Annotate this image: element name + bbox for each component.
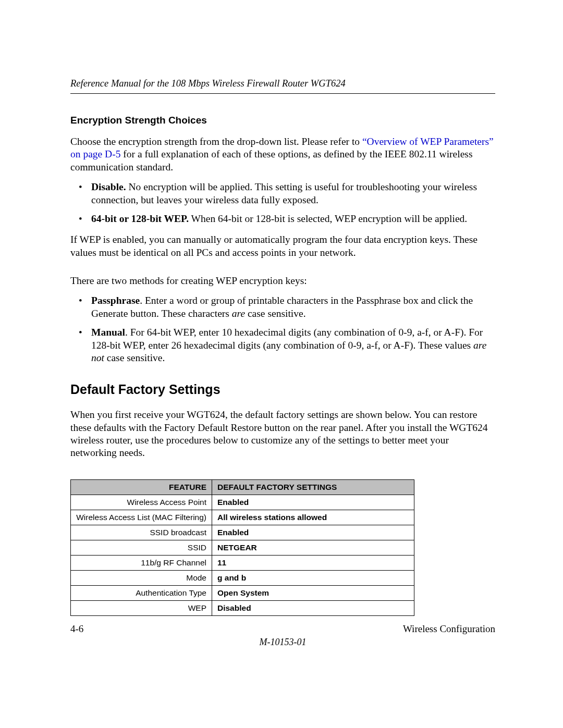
label: Manual (91, 327, 125, 338)
wep-enabled-paragraph: If WEP is enabled, you can manually or a… (70, 233, 495, 259)
feature-cell: Wireless Access Point (71, 495, 212, 510)
document-id: M-10153-01 (70, 637, 495, 648)
table-body: Wireless Access PointEnabled Wireless Ac… (71, 495, 414, 615)
default-settings-table: FEATURE DEFAULT FACTORY SETTINGS Wireles… (70, 479, 414, 616)
text: case sensitive. (245, 308, 305, 319)
value-cell: NETGEAR (212, 540, 414, 555)
label: Disable. (91, 181, 126, 192)
section-name: Wireless Configuration (403, 623, 495, 635)
col-header-default: DEFAULT FACTORY SETTINGS (212, 479, 414, 495)
table-row: Wireless Access PointEnabled (71, 495, 414, 510)
enc-paragraph-1: Choose the encryption strength from the … (70, 135, 495, 174)
emphasis: are (232, 308, 245, 319)
label: 64-bit or 128-bit WEP. (91, 213, 189, 224)
table-row: WEPDisabled (71, 600, 414, 615)
table-row: 11b/g RF Channel11 (71, 555, 414, 570)
value-cell: Enabled (212, 495, 414, 510)
table-header-row: FEATURE DEFAULT FACTORY SETTINGS (71, 479, 414, 495)
encryption-options-list: Disable. No encryption will be applied. … (70, 181, 495, 225)
feature-cell: WEP (71, 600, 212, 615)
label: Passphrase (91, 295, 140, 306)
col-header-feature: FEATURE (71, 479, 212, 495)
feature-cell: Wireless Access List (MAC Filtering) (71, 510, 212, 525)
value-cell: All wireless stations allowed (212, 510, 414, 525)
text: . For 64-bit WEP, enter 10 hexadecimal d… (91, 327, 483, 350)
header-rule (70, 93, 495, 94)
value-cell: Enabled (212, 525, 414, 540)
list-item-disable: Disable. No encryption will be applied. … (70, 181, 495, 206)
dfs-paragraph: When you first receive your WGT624, the … (70, 409, 495, 460)
page-content: Reference Manual for the 108 Mbps Wirele… (0, 0, 563, 648)
feature-cell: 11b/g RF Channel (71, 555, 212, 570)
value-cell: Open System (212, 585, 414, 600)
table-row: Modeg and b (71, 570, 414, 585)
value-cell: g and b (212, 570, 414, 585)
list-item-passphrase: Passphrase. Enter a word or group of pri… (70, 294, 495, 320)
list-item-manual: Manual. For 64-bit WEP, enter 10 hexadec… (70, 326, 495, 364)
two-methods-paragraph: There are two methods for creating WEP e… (70, 275, 495, 287)
text: When 64-bit or 128-bit is selected, WEP … (189, 213, 467, 224)
feature-cell: SSID (71, 540, 212, 555)
table-row: SSIDNETGEAR (71, 540, 414, 555)
feature-cell: Authentication Type (71, 585, 212, 600)
table-row: Authentication TypeOpen System (71, 585, 414, 600)
table-row: SSID broadcastEnabled (71, 525, 414, 540)
feature-cell: Mode (71, 570, 212, 585)
list-item-wep-bits: 64-bit or 128-bit WEP. When 64-bit or 12… (70, 213, 495, 225)
running-header: Reference Manual for the 108 Mbps Wirele… (70, 78, 495, 89)
page-footer: 4-6 Wireless Configuration (70, 623, 495, 635)
text: case sensitive. (104, 352, 165, 363)
value-cell: 11 (212, 555, 414, 570)
text: No encryption will be applied. This sett… (91, 181, 477, 205)
text: for a full explanation of each of these … (70, 149, 472, 172)
table-row: Wireless Access List (MAC Filtering)All … (71, 510, 414, 525)
value-cell: Disabled (212, 600, 414, 615)
key-methods-list: Passphrase. Enter a word or group of pri… (70, 294, 495, 364)
page-number: 4-6 (70, 623, 83, 635)
feature-cell: SSID broadcast (71, 525, 212, 540)
default-factory-settings-heading: Default Factory Settings (70, 382, 495, 397)
text: Choose the encryption strength from the … (70, 136, 362, 147)
encryption-strength-heading: Encryption Strength Choices (70, 115, 495, 126)
